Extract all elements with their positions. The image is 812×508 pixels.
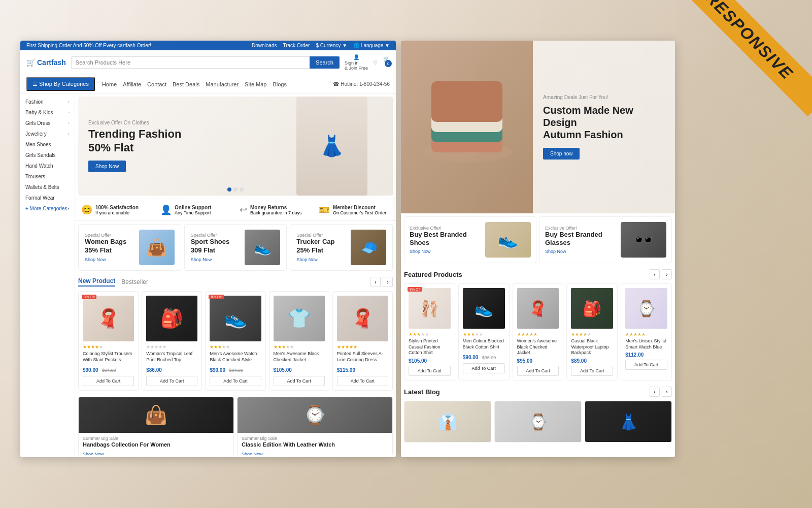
right-panel: Amazing Deals Just For You! Custom Made … bbox=[401, 41, 675, 457]
featured-prev-button[interactable]: ‹ bbox=[650, 269, 660, 279]
language-selector[interactable]: 🌐 Language ▼ bbox=[353, 43, 390, 48]
promo-bags-title: Women Bags35% Flat bbox=[85, 238, 135, 255]
featured-add-cart-2[interactable]: Add To Cart bbox=[463, 363, 505, 373]
feature-returns: ↩ Money Returns Back guarantee in 7 days bbox=[236, 202, 314, 217]
product-stars-1: ★★★★★ bbox=[83, 344, 134, 350]
promo-bags-link[interactable]: Shop Now bbox=[85, 257, 135, 262]
product-card-3: 8% Off 👟 ★★★★★ Men's Awesome Watch Black… bbox=[205, 291, 265, 391]
add-cart-button-1[interactable]: Add To Cart bbox=[83, 376, 134, 386]
support-icon: 👤 bbox=[160, 204, 172, 215]
wishlist-action[interactable]: ♡ bbox=[373, 60, 378, 66]
track-order-link[interactable]: Track Order bbox=[283, 43, 310, 48]
featured-stars-3: ★★★★★ bbox=[517, 332, 559, 337]
branded-glasses-link[interactable]: Shop Now bbox=[545, 249, 617, 254]
product-badge-3: 8% Off bbox=[209, 295, 223, 299]
downloads-link[interactable]: Downloads bbox=[252, 43, 277, 48]
featured-card-3: 🧣 ★★★★★ Women's Awesome Black Checked Ja… bbox=[513, 283, 564, 380]
blog-prev-button[interactable]: ‹ bbox=[650, 387, 660, 397]
sidebar-item-formal[interactable]: Formal Wear bbox=[20, 193, 75, 203]
product-pricing-5: $115.00 bbox=[337, 365, 388, 374]
product-pricing-4: $105.00 bbox=[274, 365, 325, 374]
add-cart-button-5[interactable]: Add To Cart bbox=[337, 376, 388, 386]
fashion-banner-image bbox=[401, 41, 533, 213]
featured-name-5: Men's Unisex Stylist Smart Watch Blue bbox=[625, 338, 667, 350]
featured-add-cart-4[interactable]: Add To Cart bbox=[571, 366, 613, 376]
next-button[interactable]: › bbox=[383, 277, 393, 287]
nav-contact[interactable]: Contact bbox=[147, 81, 166, 87]
blog-link-1[interactable]: Shop Now bbox=[83, 452, 104, 455]
blog-link-2[interactable]: Shop Now bbox=[242, 452, 263, 455]
signin-action[interactable]: 👤 Sign in& Join Free bbox=[345, 54, 368, 71]
promo-cap-card: Special Offer Trucker Cap25% Flat Shop N… bbox=[290, 224, 393, 271]
feature-satisfaction: 😊 100% Satisfaction If you are unable bbox=[78, 202, 155, 217]
add-cart-button-4[interactable]: Add To Cart bbox=[274, 376, 325, 386]
search-input[interactable] bbox=[71, 56, 310, 69]
latest-blog-image-2: ⌚ bbox=[495, 401, 581, 442]
featured-price-4: $89.00 bbox=[571, 358, 613, 364]
sidebar-item-hand-watch[interactable]: Hand Watch bbox=[20, 161, 75, 171]
blog-card-2: ⌚ Summer Big Sale Classic Edition With L… bbox=[237, 397, 393, 455]
tab-new-product[interactable]: New Product bbox=[78, 277, 115, 287]
blog-next-button[interactable]: › bbox=[662, 387, 672, 397]
feature-support: 👤 Online Support Any Time Support bbox=[157, 202, 234, 217]
fashion-shop-now-button[interactable]: Shop now bbox=[543, 148, 580, 160]
add-cart-button-3[interactable]: Add To Cart bbox=[210, 376, 261, 386]
sidebar-item-wallets[interactable]: Wallets & Belts bbox=[20, 182, 75, 193]
dot-inactive2[interactable] bbox=[240, 187, 244, 192]
featured-add-cart-5[interactable]: Add To Cart bbox=[625, 360, 667, 370]
sidebar-item-girls-sandals[interactable]: Girls Sandals bbox=[20, 150, 75, 161]
hero-image: 👗 bbox=[281, 97, 383, 196]
latest-blog-card-3[interactable]: 👗 bbox=[585, 401, 672, 442]
search-button[interactable]: Search bbox=[310, 56, 340, 69]
sidebar-item-fashion[interactable]: Fashion› bbox=[20, 97, 75, 107]
hero-person-image: 👗 bbox=[296, 97, 367, 196]
featured-stars-1: ★★★★★ bbox=[409, 332, 451, 337]
dot-active[interactable] bbox=[227, 187, 231, 192]
hero-text: Exclusive Offer On Clothes Trending Fash… bbox=[88, 120, 181, 172]
dot-inactive[interactable] bbox=[233, 187, 238, 192]
product-stars-4: ★★★★★ bbox=[274, 344, 325, 350]
featured-add-cart-3[interactable]: Add To Cart bbox=[517, 366, 559, 376]
promo-shoes-link[interactable]: Shop Now bbox=[191, 257, 241, 262]
promo-cap-link[interactable]: Shop Now bbox=[296, 257, 347, 262]
branded-shoes-link[interactable]: Shop Now bbox=[410, 249, 481, 254]
nav-affiliate[interactable]: Affiliate bbox=[123, 81, 141, 87]
logo[interactable]: 🛒 Cartfash bbox=[26, 58, 66, 67]
categories-button[interactable]: ☰ Shop By Categories bbox=[26, 77, 95, 91]
latest-blog-card-1[interactable]: 👔 bbox=[404, 401, 491, 442]
nav-blogs[interactable]: Blogs bbox=[273, 81, 287, 87]
user-icon: 👤 bbox=[353, 54, 359, 60]
latest-blog-card-2[interactable]: ⌚ bbox=[494, 401, 582, 442]
featured-stars-5: ★★★★★ bbox=[625, 332, 667, 337]
nav-best-deals[interactable]: Best Deals bbox=[173, 81, 199, 87]
cart-action[interactable]: 🛒 0 bbox=[383, 56, 390, 69]
product-name-4: Men's Awesome Black Checked Jacket bbox=[274, 351, 325, 363]
product-stars-5: ★★★★★ bbox=[337, 344, 388, 350]
sidebar-item-jewellery[interactable]: Jewellery› bbox=[20, 129, 75, 139]
tab-bestseller[interactable]: Bestseller bbox=[121, 278, 148, 285]
nav-sitemap[interactable]: Site Map bbox=[245, 81, 266, 87]
featured-add-cart-1[interactable]: Add To Cart bbox=[409, 366, 451, 376]
sidebar-item-men-shoes[interactable]: Men Shoes bbox=[20, 139, 75, 150]
feature-support-desc: Any Time Support bbox=[175, 210, 211, 215]
product-name-2: Woman's Tropical Leaf Print Ruched Top bbox=[146, 351, 197, 363]
prev-button[interactable]: ‹ bbox=[370, 277, 381, 287]
hero-shop-now-button[interactable]: Shop Now bbox=[88, 161, 126, 172]
nav-manufacturer[interactable]: Manufacturer bbox=[206, 81, 239, 87]
nav-home[interactable]: Home bbox=[102, 81, 117, 87]
featured-name-3: Women's Awesome Black Checked Jacket bbox=[517, 338, 559, 356]
arrow-icon: › bbox=[68, 121, 70, 125]
product-image-2: 🎒 bbox=[146, 296, 197, 341]
featured-next-button[interactable]: › bbox=[662, 269, 672, 279]
product-stars-3: ★★★★★ bbox=[210, 344, 261, 350]
featured-name-1: Stylish Printed Casual Fashion Cotton Sh… bbox=[409, 338, 451, 356]
arrow-icon: › bbox=[68, 100, 70, 104]
feature-support-title: Online Support bbox=[175, 205, 211, 210]
sidebar-item-trousers[interactable]: Trousers bbox=[20, 171, 75, 182]
product-price-3: $90.00 bbox=[210, 367, 225, 373]
sidebar-item-baby[interactable]: Baby & Kids› bbox=[20, 107, 75, 118]
sidebar-item-more[interactable]: + More Categories▾ bbox=[20, 203, 75, 214]
currency-selector[interactable]: $ Currency ▼ bbox=[316, 43, 347, 48]
add-cart-button-2[interactable]: Add To Cart bbox=[146, 376, 197, 386]
sidebar-item-girls-dress[interactable]: Girls Dress› bbox=[20, 118, 75, 129]
